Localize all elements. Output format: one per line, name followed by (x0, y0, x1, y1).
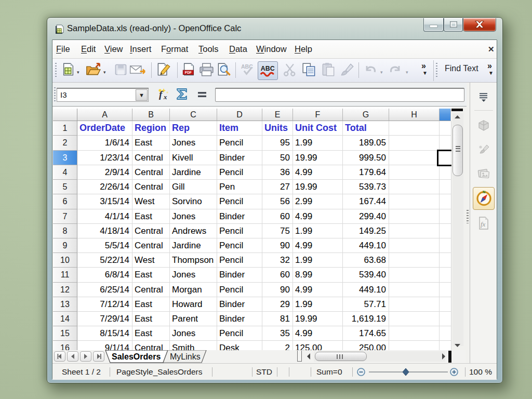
svg-text:SalesOrders: SalesOrders (112, 352, 161, 361)
svg-text:fx: fx (481, 220, 486, 228)
svg-text:ABC: ABC (261, 65, 275, 72)
svg-text:x: x (163, 93, 167, 101)
svg-text:N: N (483, 190, 485, 194)
svg-text:PDF: PDF (185, 71, 192, 74)
svg-text:MyLinks: MyLinks (170, 352, 201, 361)
